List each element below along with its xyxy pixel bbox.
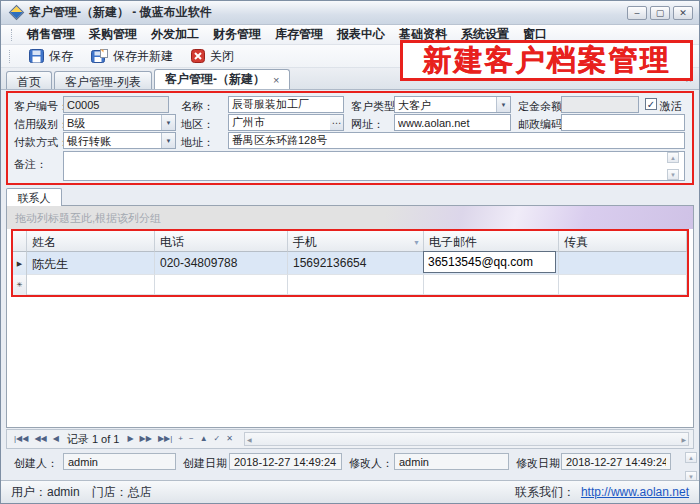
- last-record-button[interactable]: ▶▶|: [155, 431, 175, 447]
- append-row-button[interactable]: +: [175, 431, 186, 447]
- deposit-field[interactable]: [561, 96, 639, 113]
- close-icon: [191, 49, 205, 63]
- scroll-up-icon[interactable]: ▲: [667, 152, 679, 163]
- cell-email[interactable]: [424, 252, 559, 275]
- tab-home[interactable]: 首页: [6, 71, 52, 89]
- region-browse-button[interactable]: …: [330, 114, 344, 131]
- app-window: 客户管理-（新建） - 傲蓝布业软件 – ▢ ✕ 销售管理 采购管理 外发加工 …: [0, 0, 700, 504]
- annotation-text: 新建客户档案管理: [423, 46, 671, 75]
- maximize-button[interactable]: ▢: [650, 6, 670, 20]
- tab-close-icon[interactable]: ×: [273, 74, 279, 86]
- scroll-up-icon[interactable]: ▲: [685, 452, 697, 463]
- next-record-button[interactable]: ▶: [124, 431, 136, 447]
- vertical-scrollbar[interactable]: ▲ ▼: [685, 452, 697, 482]
- credit-label: 信用级别：: [14, 117, 69, 132]
- minimize-button[interactable]: –: [627, 6, 647, 20]
- column-header-fax[interactable]: 传真: [559, 231, 687, 252]
- horizontal-scrollbar[interactable]: ◀ ▶: [244, 432, 689, 446]
- modifier-label: 修改人：: [349, 456, 393, 471]
- customer-type-select[interactable]: 大客户 ▼: [394, 96, 511, 113]
- save-and-new-button[interactable]: 保存并新建: [82, 47, 182, 66]
- menu-reports[interactable]: 报表中心: [330, 26, 392, 43]
- customer-no-label: 客户编号：: [14, 99, 69, 114]
- group-by-hint: 拖动列标题至此,根据该列分组: [15, 212, 161, 224]
- modified-date-field[interactable]: [561, 453, 671, 470]
- annotation-box: 新建客户档案管理: [400, 40, 693, 81]
- payment-select[interactable]: 银行转账 ▼: [63, 132, 176, 149]
- cell-mobile[interactable]: 15692136654: [288, 252, 424, 275]
- menu-sales[interactable]: 销售管理: [20, 26, 82, 43]
- website-link[interactable]: http://www.aolan.net: [581, 485, 689, 499]
- cell-phone[interactable]: 020-34809788: [155, 252, 288, 275]
- group-by-panel[interactable]: 拖动列标题至此,根据该列分组: [7, 206, 693, 229]
- creator-label: 创建人：: [14, 456, 58, 471]
- remark-label: 备注：: [14, 157, 47, 172]
- close-window-button[interactable]: ✕: [673, 6, 693, 20]
- tab-contacts[interactable]: 联系人: [6, 188, 62, 206]
- grid-highlight-box: 姓名 电话 手机 ▼ 电子邮件 传真 ▶ 陈先生 020-34809788 15…: [11, 229, 689, 297]
- cell-name[interactable]: 陈先生: [27, 252, 155, 275]
- edit-row-button[interactable]: ▲: [197, 431, 211, 447]
- address-field[interactable]: [228, 132, 685, 149]
- active-checkbox[interactable]: ✓: [645, 98, 657, 110]
- website-label: 网址：: [351, 117, 384, 132]
- menu-purchase[interactable]: 采购管理: [82, 26, 144, 43]
- scroll-left-icon[interactable]: ◀: [247, 436, 252, 443]
- window-controls: – ▢ ✕: [627, 6, 693, 20]
- remark-field[interactable]: [63, 151, 685, 181]
- scroll-right-icon[interactable]: ▶: [681, 436, 686, 443]
- chevron-down-icon[interactable]: ▼: [496, 97, 510, 112]
- cell-name[interactable]: [27, 275, 155, 295]
- cancel-edit-button[interactable]: ✕: [223, 431, 236, 447]
- menu-outsourcing[interactable]: 外发加工: [144, 26, 206, 43]
- tab-customer-list[interactable]: 客户管理-列表: [54, 71, 152, 89]
- creator-field[interactable]: [63, 453, 176, 470]
- email-cell-editor[interactable]: [423, 251, 556, 273]
- cell-phone[interactable]: [155, 275, 288, 295]
- first-record-button[interactable]: |◀◀: [11, 431, 31, 447]
- cell-fax[interactable]: [559, 252, 687, 275]
- next-page-button[interactable]: ▶▶: [137, 431, 155, 447]
- column-header-phone[interactable]: 电话: [155, 231, 288, 252]
- grid-header-row: 姓名 电话 手机 ▼ 电子邮件 传真: [13, 231, 687, 252]
- prev-page-button[interactable]: ◀◀: [31, 431, 49, 447]
- cell-fax[interactable]: [559, 275, 687, 295]
- app-logo-icon: [9, 5, 25, 21]
- user-store-info: 用户：admin 门店：总店: [11, 484, 152, 501]
- modifier-field[interactable]: [394, 453, 509, 470]
- column-header-name[interactable]: 姓名: [27, 231, 155, 252]
- name-field[interactable]: [228, 96, 344, 113]
- website-field[interactable]: [394, 114, 511, 131]
- credit-select[interactable]: B级 ▼: [63, 114, 176, 131]
- commit-edit-button[interactable]: ✓: [211, 431, 224, 447]
- chevron-down-icon[interactable]: ▼: [161, 133, 175, 148]
- toolbar-grip: [9, 50, 12, 63]
- prev-record-button[interactable]: ◀: [50, 431, 62, 447]
- remark-scrollbar[interactable]: ▲ ▼: [667, 152, 679, 180]
- scroll-down-icon[interactable]: ▼: [667, 169, 679, 180]
- customer-no-field[interactable]: [63, 96, 169, 113]
- save-button[interactable]: 保存: [20, 47, 82, 66]
- statusbar-contact: 联系我们： http://www.aolan.net: [515, 484, 689, 501]
- chevron-down-icon[interactable]: ▼: [161, 115, 175, 130]
- region-field[interactable]: [228, 114, 331, 131]
- table-row[interactable]: ▶ 陈先生 020-34809788 15692136654: [13, 252, 687, 275]
- zip-field[interactable]: [561, 114, 685, 131]
- created-date-field[interactable]: [229, 453, 342, 470]
- tab-customer-new[interactable]: 客户管理-（新建） ×: [154, 69, 290, 89]
- delete-row-button[interactable]: −: [186, 431, 197, 447]
- column-header-mobile[interactable]: 手机 ▼: [288, 231, 424, 252]
- menu-inventory[interactable]: 库存管理: [268, 26, 330, 43]
- cell-mobile[interactable]: [288, 275, 424, 295]
- check-icon: ✓: [647, 99, 655, 110]
- close-tab-button[interactable]: 关闭: [182, 47, 243, 66]
- new-row[interactable]: ✳: [13, 275, 687, 295]
- current-row-indicator: ▶: [13, 252, 27, 275]
- menu-finance[interactable]: 财务管理: [206, 26, 268, 43]
- column-header-email[interactable]: 电子邮件: [424, 231, 559, 252]
- customer-form-panel: 客户编号： 名称： 客户类型： 大客户 ▼ 定金余额： ✓ 激活 信用级别： B…: [6, 91, 694, 185]
- cell-email[interactable]: [424, 275, 559, 295]
- titlebar: 客户管理-（新建） - 傲蓝布业软件 – ▢ ✕: [1, 1, 699, 25]
- filter-icon[interactable]: ▼: [413, 239, 420, 246]
- header-indicator-cell: [13, 231, 27, 252]
